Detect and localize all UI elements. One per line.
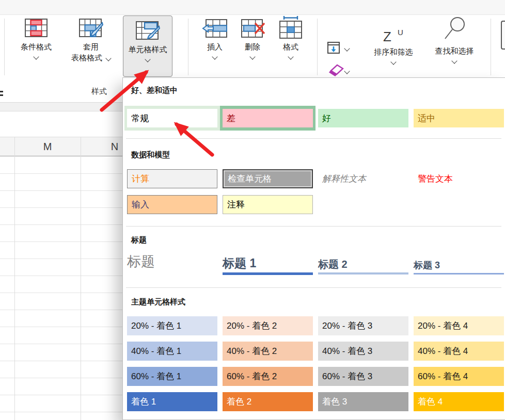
insert-cells-icon	[202, 18, 228, 41]
section-title-titles: 标题	[131, 235, 147, 245]
style-20-accent1[interactable]: 20% - 着色 1	[127, 316, 217, 335]
style-accent2[interactable]: 着色 2	[223, 392, 313, 411]
section-title-themed-cell-styles: 主题单元格样式	[131, 297, 185, 307]
sort-filter-button[interactable]: Z U 排序和筛选	[360, 26, 427, 64]
style-40-accent3[interactable]: 40% - 着色 3	[318, 342, 408, 361]
style-heading-2[interactable]: 标题 2	[318, 257, 348, 271]
ribbon-group-separator	[491, 19, 491, 75]
ribbon-tab-strip	[0, 0, 505, 15]
chevron-down-icon	[145, 56, 150, 62]
style-input[interactable]: 输入	[127, 195, 217, 214]
chevron-down-icon	[288, 54, 293, 59]
ribbon-group-separator	[188, 19, 188, 75]
format-button[interactable]: 格式	[276, 15, 305, 59]
menu-section-divider	[126, 287, 501, 288]
insert-button[interactable]: 插入	[200, 18, 229, 59]
find-select-label: 查找和选择	[435, 45, 474, 56]
chevron-down-icon	[451, 58, 457, 63]
chevron-down-icon	[212, 54, 217, 59]
format-cells-icon	[278, 15, 304, 41]
clipped-group-label	[0, 91, 3, 92]
section-title-data-model: 数据和模型	[131, 150, 170, 160]
style-20-accent3[interactable]: 20% - 着色 3	[318, 316, 408, 335]
chevron-down-icon	[390, 59, 396, 64]
style-calculation[interactable]: 计算	[127, 169, 217, 188]
format-as-table-button[interactable]: 套用 表格格式	[64, 17, 118, 63]
eraser-icon	[327, 62, 345, 77]
style-20-accent4[interactable]: 20% - 着色 4	[414, 316, 504, 335]
fill-button[interactable]	[326, 40, 341, 58]
style-60-accent1[interactable]: 60% - 着色 1	[127, 367, 217, 386]
style-accent4[interactable]: 着色 4	[414, 392, 504, 411]
style-60-accent2[interactable]: 60% - 着色 2	[223, 367, 313, 386]
style-note[interactable]: 注释	[223, 195, 313, 214]
cell-styles-icon	[135, 19, 161, 44]
sort-filter-label: 排序和筛选	[374, 46, 413, 57]
style-60-accent4[interactable]: 60% - 着色 4	[414, 367, 504, 386]
format-as-table-label-line2: 表格格式	[71, 52, 111, 63]
style-40-accent2[interactable]: 40% - 着色 2	[223, 342, 313, 361]
ribbon-group-separator	[4, 19, 5, 75]
format-as-table-label-line1: 套用	[83, 41, 99, 52]
style-check-cell[interactable]: 检查单元格	[223, 169, 313, 188]
search-icon	[441, 15, 467, 45]
delete-label: 删除	[245, 41, 260, 52]
style-60-accent3[interactable]: 60% - 着色 3	[318, 367, 408, 386]
menu-section-divider	[126, 226, 501, 227]
style-good[interactable]: 好	[318, 109, 408, 127]
style-warning-text[interactable]: 警告文本	[414, 169, 504, 188]
style-normal[interactable]: 常规	[127, 109, 217, 127]
style-40-accent4[interactable]: 40% - 着色 4	[414, 342, 504, 361]
gridline-vertical	[81, 137, 81, 420]
chevron-down-icon[interactable]	[344, 45, 350, 51]
delete-cells-icon	[240, 18, 265, 41]
heading-1-underline	[223, 272, 313, 275]
clear-button[interactable]	[327, 62, 345, 79]
find-select-button[interactable]: 查找和选择	[423, 15, 485, 63]
cell-styles-label: 单元格样式	[129, 44, 167, 55]
menu-section-divider	[126, 138, 501, 139]
ribbon-group-separator	[317, 19, 318, 75]
clipped-group-label	[0, 94, 3, 96]
sort-filter-icon: Z U	[379, 26, 408, 46]
style-40-accent1[interactable]: 40% - 着色 1	[127, 342, 217, 361]
conditional-formatting-label: 条件格式	[21, 41, 52, 52]
svg-text:Z: Z	[383, 29, 391, 44]
style-20-accent2[interactable]: 20% - 着色 2	[223, 316, 313, 335]
gridline-vertical	[14, 137, 15, 420]
svg-text:U: U	[398, 28, 403, 37]
chevron-down-icon	[249, 54, 255, 59]
style-title[interactable]: 标题	[127, 252, 155, 271]
style-neutral[interactable]: 适中	[414, 109, 504, 127]
insert-label: 插入	[207, 41, 223, 52]
fill-down-icon	[326, 40, 341, 56]
clipped-ribbon-button	[501, 21, 505, 50]
section-title-good-bad-neutral: 好、差和适中	[131, 86, 178, 95]
style-heading-3[interactable]: 标题 3	[414, 259, 440, 271]
style-explanatory-text[interactable]: 解释性文本	[318, 169, 408, 188]
style-heading-1[interactable]: 标题 1	[223, 255, 256, 271]
cell-styles-button[interactable]: 单元格样式	[123, 15, 172, 77]
worksheet-grid[interactable]	[0, 157, 124, 420]
heading-3-underline	[414, 273, 504, 274]
style-normal-frame: 常规	[124, 106, 220, 131]
style-accent1[interactable]: 着色 1	[127, 392, 217, 411]
conditional-formatting-icon	[24, 17, 49, 41]
cell-styles-menu: 好、差和适中 常规 差 好 适中 数据和模型 计算 检查单元格 解释性文本 警告…	[122, 77, 505, 420]
style-bad[interactable]: 差	[223, 109, 313, 127]
format-as-table-icon	[78, 17, 104, 41]
chevron-down-icon	[33, 54, 39, 59]
column-header-m[interactable]: M	[31, 137, 64, 156]
chevron-down-icon[interactable]	[344, 68, 350, 74]
delete-button[interactable]: 删除	[238, 18, 267, 59]
format-label: 格式	[283, 41, 298, 52]
heading-2-underline	[318, 272, 408, 274]
style-accent3[interactable]: 着色 3	[318, 392, 408, 411]
conditional-formatting-button[interactable]: 条件格式	[13, 17, 59, 59]
style-bad-frame: 差	[220, 106, 315, 131]
styles-group-label: 样式	[77, 87, 121, 96]
chevron-down-icon	[105, 55, 111, 61]
